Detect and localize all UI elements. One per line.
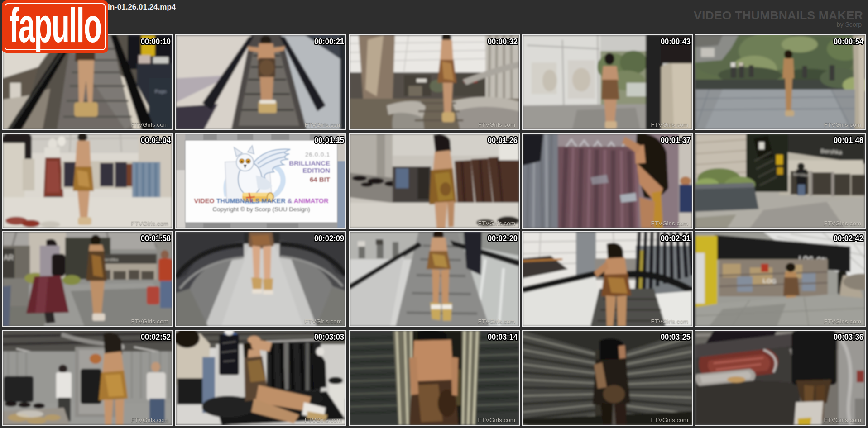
svg-text:Pago: Pago — [155, 89, 167, 94]
svg-text:VIDEO THUMBNAILS MAKER & ANIMA: VIDEO THUMBNAILS MAKER & ANIMATOR — [194, 197, 329, 204]
svg-text:Copyright © by Scorp (SUU Desi: Copyright © by Scorp (SUU Design) — [212, 206, 310, 213]
svg-text:AR: AR — [4, 254, 14, 262]
svg-text:26.0.0.1: 26.0.0.1 — [305, 151, 330, 158]
svg-text:64 BIT: 64 BIT — [310, 176, 330, 183]
svg-text:LOG: LOG — [762, 277, 777, 285]
svg-text:EDITION: EDITION — [302, 166, 330, 174]
svg-text:BRILLIANCE: BRILLIANCE — [289, 159, 330, 167]
svg-text:Bershka: Bershka — [103, 257, 118, 262]
